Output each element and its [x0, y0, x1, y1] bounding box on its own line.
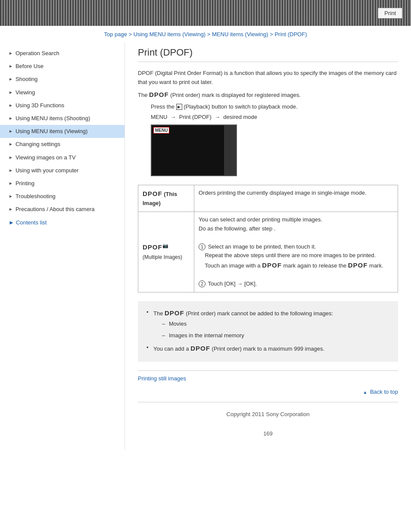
chevron-right-icon: ►: [9, 193, 13, 199]
page-number: 169: [138, 422, 398, 441]
table-cell-multiple-label: DPOF📷 (Multiple Images): [138, 212, 194, 292]
contents-list-anchor[interactable]: Contents list: [16, 219, 47, 226]
chevron-right-icon: ►: [9, 168, 13, 174]
footer-copyright: Copyright 2011 Sony Corporation: [138, 407, 398, 422]
header-bar: Print: [0, 0, 411, 26]
breadcrumb-using-menu-viewing[interactable]: Using MENU items (Viewing): [134, 31, 206, 37]
back-to-top-link[interactable]: ▲ Back to top: [363, 389, 398, 395]
chevron-right-icon: ►: [9, 63, 13, 69]
step-circle-2: 2: [199, 280, 206, 287]
arrow-right-icon: ►: [9, 219, 14, 226]
chevron-right-icon: ►: [9, 50, 13, 56]
sidebar-item-before-use[interactable]: ► Before Use: [0, 60, 125, 73]
main-layout: ► Operation Search ► Before Use ► Shooti…: [0, 43, 411, 450]
chevron-right-icon: ►: [9, 90, 13, 96]
chevron-right-icon: ►: [9, 76, 13, 82]
table-cell-multiple-value: You can select and order printing multip…: [194, 212, 398, 292]
printing-still-images-link[interactable]: Printing still images: [138, 375, 398, 382]
sidebar-item-menu-shooting[interactable]: ► Using MENU items (Shooting): [0, 112, 125, 125]
breadcrumb-menu-items-viewing[interactable]: MENU items (Viewing): [212, 31, 268, 37]
menu-label: MENU: [153, 127, 169, 134]
chevron-right-icon: ►: [9, 115, 13, 121]
right-sidebar-bar: [224, 125, 236, 175]
sidebar-item-printing[interactable]: ► Printing: [0, 177, 125, 190]
dpof-bold-ref2: DPOF: [348, 261, 368, 269]
chevron-right-icon: ►: [9, 155, 13, 161]
chevron-right-icon: ►: [9, 128, 13, 134]
step-circle-1: 1: [199, 243, 206, 250]
playback-icon: ▶: [176, 104, 182, 110]
sidebar-item-shooting[interactable]: ► Shooting: [0, 73, 125, 86]
bottom-divider: [138, 370, 398, 371]
breadcrumb: Top page > Using MENU items (Viewing) > …: [0, 26, 411, 43]
triangle-up-icon: ▲: [363, 390, 367, 395]
dpof-small-icon: 📷: [162, 243, 168, 248]
sidebar: ► Operation Search ► Before Use ► Shooti…: [0, 43, 125, 450]
note-subitem-movies: Movies: [162, 319, 389, 329]
contents-list-link[interactable]: ► Contents list: [0, 216, 125, 229]
page-title: Print (DPOF): [138, 47, 398, 62]
dpof-bold-ref1: DPOF: [262, 261, 282, 269]
breadcrumb-print-dpof[interactable]: Print (DPOF): [274, 31, 307, 37]
print-button[interactable]: Print: [378, 8, 402, 19]
footer-divider: [138, 402, 398, 402]
sidebar-item-viewing[interactable]: ► Viewing: [0, 86, 125, 99]
sidebar-item-changing-settings[interactable]: ► Changing settings: [0, 138, 125, 151]
sidebar-item-3d[interactable]: ► Using 3D Functions: [0, 99, 125, 112]
chevron-right-icon: ►: [9, 206, 13, 212]
note-item-1: The DPOF (Print order) mark cannot be ad…: [146, 307, 389, 341]
camera-screen-image: MENU: [151, 124, 237, 176]
menu-sequence: MENU → Print (DPOF) → desired mode: [151, 114, 398, 120]
back-to-top-row: ▲ Back to top: [138, 386, 398, 398]
intro-paragraph-2: The DPOF (Print order) mark is displayed…: [138, 90, 398, 100]
table-cell-this-image-label: DPOF (This Image): [138, 185, 194, 212]
sidebar-item-operation-search[interactable]: ► Operation Search: [0, 47, 125, 60]
dpof-logo-inline: DPOF: [149, 91, 169, 98]
dpof-bold-note1: DPOF: [165, 309, 184, 317]
table-row-multiple-images: DPOF📷 (Multiple Images) You can select a…: [138, 212, 398, 292]
chevron-right-icon: ►: [9, 180, 13, 187]
chevron-right-icon: ►: [9, 103, 13, 109]
table-row-this-image: DPOF (This Image) Orders printing the cu…: [138, 185, 398, 212]
dpof-label-this: DPOF: [143, 190, 162, 197]
breadcrumb-top[interactable]: Top page: [104, 31, 127, 37]
sidebar-item-computer[interactable]: ► Using with your computer: [0, 164, 125, 177]
table-cell-this-image-value: Orders printing the currently displayed …: [194, 185, 398, 212]
content-area: Print (DPOF) DPOF (Digital Print Order F…: [125, 43, 411, 450]
sidebar-item-troubleshooting[interactable]: ► Troubleshooting: [0, 190, 125, 203]
step-1-text: Press the ▶ (Playback) button to switch …: [151, 103, 398, 112]
notes-box: The DPOF (Print order) mark cannot be ad…: [138, 301, 398, 362]
dpof-table: DPOF (This Image) Orders printing the cu…: [138, 185, 398, 292]
dpof-bold-note2: DPOF: [190, 345, 210, 352]
dpof-label-multi: DPOF: [143, 244, 162, 251]
intro-paragraph-1: DPOF (Digital Print Order Format) is a f…: [138, 69, 398, 87]
note-subitem-internal: Images in the internal memory: [162, 330, 389, 340]
note-item-2: You can add a DPOF (Print order) mark to…: [146, 342, 389, 354]
sidebar-item-precautions[interactable]: ► Precautions / About this camera: [0, 203, 125, 216]
chevron-right-icon: ►: [9, 141, 13, 147]
sidebar-item-menu-viewing[interactable]: ► Using MENU items (Viewing): [0, 125, 125, 138]
sidebar-item-viewing-tv[interactable]: ► Viewing images on a TV: [0, 151, 125, 164]
